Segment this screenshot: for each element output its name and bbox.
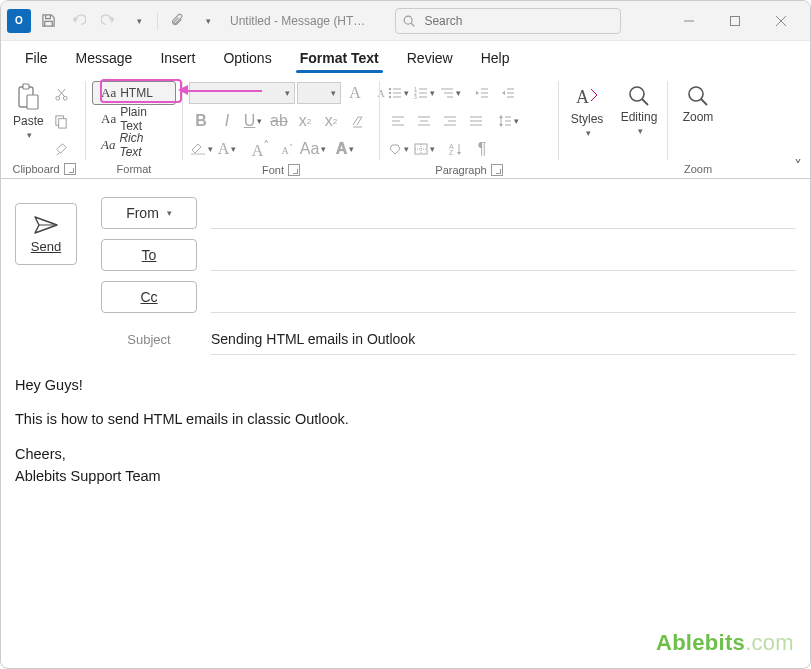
subscript-icon[interactable]: x2 bbox=[293, 109, 317, 133]
grow-font-icon[interactable]: A˄ bbox=[249, 137, 273, 161]
zoom-button[interactable]: Zoom bbox=[679, 79, 718, 128]
svg-marker-34 bbox=[476, 91, 479, 95]
format-html-button[interactable]: AaHTML bbox=[92, 81, 176, 105]
copy-icon[interactable] bbox=[50, 109, 74, 133]
menu-file[interactable]: File bbox=[11, 44, 62, 72]
styles-icon: A bbox=[573, 83, 601, 111]
paragraph-launcher[interactable] bbox=[491, 164, 503, 176]
window-controls bbox=[666, 6, 804, 36]
ribbon-divider bbox=[667, 81, 668, 160]
text-effects-icon[interactable]: A▾ bbox=[333, 137, 357, 161]
editing-button[interactable]: Editing▾ bbox=[617, 79, 662, 141]
menu-help[interactable]: Help bbox=[467, 44, 524, 72]
undo-icon[interactable] bbox=[65, 8, 91, 34]
line-spacing-icon[interactable]: ▾ bbox=[496, 109, 520, 133]
cut-icon[interactable] bbox=[50, 82, 74, 106]
italic-icon[interactable]: I bbox=[215, 109, 239, 133]
attach-icon[interactable] bbox=[164, 8, 190, 34]
font-size-combo[interactable]: ▾ bbox=[297, 82, 341, 104]
underline-icon[interactable]: U▾ bbox=[241, 109, 265, 133]
menu-options[interactable]: Options bbox=[209, 44, 285, 72]
from-field[interactable] bbox=[211, 197, 796, 229]
zoom-icon bbox=[685, 83, 711, 109]
redo-icon[interactable] bbox=[95, 8, 121, 34]
search-box[interactable] bbox=[395, 8, 621, 34]
decrease-indent-icon[interactable] bbox=[470, 81, 494, 105]
search-input[interactable] bbox=[422, 13, 620, 29]
cc-button[interactable]: Cc bbox=[101, 281, 197, 313]
window-title: Untitled - Message (HT… bbox=[230, 14, 365, 28]
ribbon-group-paragraph: ▾ 123▾ ▾ ▾ bbox=[382, 77, 556, 178]
send-icon bbox=[33, 215, 59, 235]
subject-label: Subject bbox=[101, 332, 197, 347]
cc-field[interactable] bbox=[211, 281, 796, 313]
ribbon-divider bbox=[379, 81, 380, 160]
highlight-icon[interactable]: ▾ bbox=[189, 137, 213, 161]
to-field[interactable] bbox=[211, 239, 796, 271]
svg-text:A: A bbox=[576, 87, 589, 107]
align-center-icon[interactable] bbox=[412, 109, 436, 133]
collapse-ribbon-icon[interactable]: ˅ bbox=[794, 157, 802, 176]
ribbon-group-format: AaHTML AaPlain Text AaRich Text Format bbox=[88, 77, 180, 178]
message-body[interactable]: Hey Guys! This is how to send HTML email… bbox=[15, 375, 796, 500]
svg-point-19 bbox=[388, 88, 390, 90]
bullets-icon[interactable]: ▾ bbox=[386, 81, 410, 105]
svg-line-69 bbox=[642, 99, 648, 105]
ribbon: Paste▾ Clipboard AaHTML AaPlain Text AaR… bbox=[1, 75, 810, 179]
shrink-font-icon[interactable]: A˅ bbox=[275, 137, 299, 161]
menubar: File Message Insert Options Format Text … bbox=[1, 41, 810, 75]
font-family-combo[interactable]: ▾ bbox=[189, 82, 295, 104]
qat-more-icon[interactable]: ▾ bbox=[125, 8, 151, 34]
borders-icon[interactable]: ▾ bbox=[412, 137, 436, 161]
shading-icon[interactable]: ▾ bbox=[386, 137, 410, 161]
body-line: Hey Guys! bbox=[15, 375, 796, 395]
svg-line-16 bbox=[57, 152, 60, 155]
to-button[interactable]: To bbox=[101, 239, 197, 271]
strikethrough-icon[interactable]: ab bbox=[267, 109, 291, 133]
font-color-icon[interactable]: A▾ bbox=[215, 137, 239, 161]
align-left-icon[interactable] bbox=[386, 109, 410, 133]
styles-button[interactable]: A Styles▾ bbox=[567, 79, 608, 143]
menu-format-text[interactable]: Format Text bbox=[286, 44, 393, 72]
find-icon bbox=[626, 83, 652, 109]
clipboard-launcher[interactable] bbox=[64, 163, 76, 175]
ribbon-divider bbox=[85, 81, 86, 160]
show-marks-icon[interactable]: ¶ bbox=[470, 137, 494, 161]
menu-message[interactable]: Message bbox=[62, 44, 147, 72]
menu-review[interactable]: Review bbox=[393, 44, 467, 72]
sort-icon[interactable]: AZ bbox=[444, 137, 468, 161]
maximize-button[interactable] bbox=[712, 6, 758, 36]
svg-rect-8 bbox=[23, 84, 29, 89]
svg-line-1 bbox=[412, 23, 415, 26]
menu-insert[interactable]: Insert bbox=[146, 44, 209, 72]
save-icon[interactable] bbox=[35, 8, 61, 34]
paste-button[interactable]: Paste▾ bbox=[9, 79, 48, 145]
qat-customize-icon[interactable]: ▾ bbox=[194, 8, 220, 34]
clear-formatting-icon[interactable] bbox=[345, 109, 369, 133]
search-icon bbox=[402, 14, 416, 28]
justify-icon[interactable] bbox=[464, 109, 488, 133]
subject-field[interactable]: Sending HTML emails in Outlook bbox=[211, 323, 796, 355]
from-button[interactable]: From▾ bbox=[101, 197, 197, 229]
close-button[interactable] bbox=[758, 6, 804, 36]
group-label-zoom: Zoom bbox=[684, 163, 712, 175]
format-painter-icon[interactable] bbox=[50, 136, 74, 160]
font-launcher[interactable] bbox=[288, 164, 300, 176]
format-plain-button[interactable]: AaPlain Text bbox=[92, 107, 176, 131]
bold-icon[interactable]: B bbox=[189, 109, 213, 133]
svg-text:Z: Z bbox=[449, 149, 454, 155]
svg-point-70 bbox=[689, 87, 703, 101]
align-right-icon[interactable] bbox=[438, 109, 462, 133]
numbering-icon[interactable]: 123▾ bbox=[412, 81, 436, 105]
format-rich-button[interactable]: AaRich Text bbox=[92, 133, 176, 157]
send-button[interactable]: Send bbox=[15, 203, 77, 265]
svg-point-23 bbox=[388, 96, 390, 98]
svg-line-12 bbox=[59, 88, 66, 96]
minimize-button[interactable] bbox=[666, 6, 712, 36]
multilevel-icon[interactable]: ▾ bbox=[438, 81, 462, 105]
change-case-icon[interactable]: Aa▾ bbox=[301, 137, 325, 161]
svg-marker-55 bbox=[499, 115, 503, 118]
superscript-icon[interactable]: x2 bbox=[319, 109, 343, 133]
increase-indent-icon[interactable] bbox=[496, 81, 520, 105]
increase-font-icon[interactable]: A bbox=[343, 81, 367, 105]
